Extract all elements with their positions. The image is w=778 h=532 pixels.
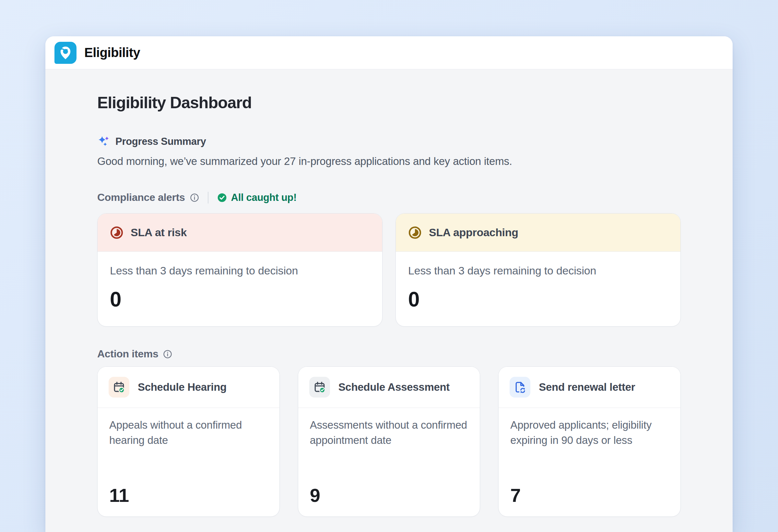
sla-approaching-card[interactable]: SLA approaching Less than 3 days remaini… bbox=[395, 213, 681, 327]
compliance-heading: Compliance alerts bbox=[97, 191, 185, 203]
card-body: Less than 3 days remaining to decision 0 bbox=[396, 252, 681, 312]
page-title: Eligibility Dashboard bbox=[97, 69, 681, 112]
sla-approaching-card-header: SLA approaching bbox=[396, 213, 681, 252]
action-items-info-icon[interactable] bbox=[163, 349, 172, 359]
compliance-info-icon[interactable] bbox=[189, 193, 200, 202]
status-text: All caught up! bbox=[231, 192, 297, 203]
progress-summary-title: Progress Summary bbox=[115, 136, 206, 148]
app-title: Eligibility bbox=[84, 46, 140, 60]
icon-tile bbox=[510, 377, 530, 397]
progress-summary-heading: Progress Summary bbox=[97, 135, 681, 148]
card-description: Appeals without a confirmed hearing date bbox=[109, 418, 268, 448]
card-body: Approved applicants; eligibility expirin… bbox=[498, 408, 681, 517]
app-logo bbox=[55, 42, 77, 64]
card-body: Appeals without a confirmed hearing date… bbox=[97, 408, 280, 517]
card-count: 0 bbox=[110, 287, 370, 312]
card-header: Schedule Hearing bbox=[97, 367, 280, 408]
compliance-section-header: Compliance alerts All caught up! bbox=[97, 191, 681, 203]
status-badge: All caught up! bbox=[217, 192, 297, 203]
file-refresh-icon bbox=[514, 381, 527, 394]
app-window: Eligibility Eligibility Dashboard Progre… bbox=[46, 36, 732, 532]
dashboard-content: Eligibility Dashboard Progress Summary G… bbox=[46, 69, 732, 517]
action-cards: Schedule Hearing Appeals without a confi… bbox=[97, 366, 681, 517]
app-header: Eligibility bbox=[46, 36, 732, 69]
schedule-assessment-card[interactable]: Schedule Assessment Assessments without … bbox=[298, 366, 480, 517]
progress-summary-text: Good morning, we’ve summarized your 27 i… bbox=[97, 155, 681, 168]
card-count: 9 bbox=[310, 484, 468, 506]
send-renewal-letter-card[interactable]: Send renewal letter Approved applicants;… bbox=[498, 366, 681, 517]
card-count: 0 bbox=[408, 287, 668, 312]
check-circle-icon bbox=[217, 192, 227, 203]
card-count: 7 bbox=[510, 484, 669, 506]
card-description: Assessments without a confirmed appointm… bbox=[310, 418, 468, 448]
card-title: Schedule Assessment bbox=[338, 381, 450, 393]
card-count: 11 bbox=[109, 484, 268, 506]
card-header: Schedule Assessment bbox=[298, 367, 480, 408]
sla-at-risk-card-header: SLA at risk bbox=[97, 213, 382, 252]
card-title: Send renewal letter bbox=[539, 381, 635, 393]
calendar-check-icon bbox=[112, 381, 126, 394]
sla-at-risk-card[interactable]: SLA at risk Less than 3 days remaining t… bbox=[97, 213, 383, 327]
card-title: SLA approaching bbox=[429, 226, 518, 239]
card-header: Send renewal letter bbox=[498, 367, 681, 408]
card-body: Less than 3 days remaining to decision 0 bbox=[97, 252, 382, 312]
card-description: Less than 3 days remaining to decision bbox=[110, 263, 370, 278]
action-items-section-header: Action items bbox=[97, 348, 681, 360]
icon-tile bbox=[108, 377, 129, 397]
sparkles-icon bbox=[97, 135, 110, 148]
header-divider bbox=[208, 192, 209, 203]
action-items-heading: Action items bbox=[97, 348, 158, 360]
card-title: Schedule Hearing bbox=[138, 381, 227, 393]
icon-tile bbox=[309, 377, 330, 397]
calendar-check-icon bbox=[313, 381, 326, 394]
page-background: Eligibility Eligibility Dashboard Progre… bbox=[0, 0, 778, 532]
pie-clock-icon bbox=[110, 226, 124, 240]
card-description: Approved applicants; eligibility expirin… bbox=[510, 418, 669, 448]
card-body: Assessments without a confirmed appointm… bbox=[298, 408, 480, 517]
location-pin-icon bbox=[56, 44, 75, 62]
pie-clock-icon bbox=[408, 226, 422, 240]
compliance-cards: SLA at risk Less than 3 days remaining t… bbox=[97, 213, 681, 327]
card-description: Less than 3 days remaining to decision bbox=[408, 263, 668, 278]
schedule-hearing-card[interactable]: Schedule Hearing Appeals without a confi… bbox=[97, 366, 280, 517]
card-title: SLA at risk bbox=[131, 226, 187, 239]
